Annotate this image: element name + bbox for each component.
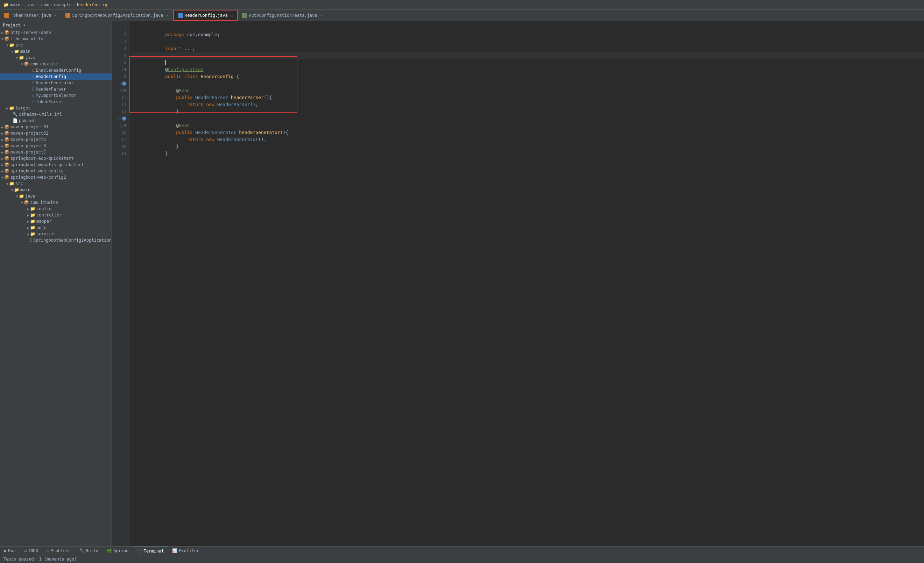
status-text: Tests passed: 1 (moments ago)	[3, 557, 77, 562]
expand-arrow: ▼	[16, 56, 18, 60]
expand-arrow: ▶	[27, 226, 29, 230]
sidebar-item-maven-project02[interactable]: ▶ 📦 maven-project02	[0, 130, 112, 136]
sidebar-item-mapper[interactable]: ▶ 📁 mapper	[0, 218, 112, 225]
bottom-tab-terminal[interactable]: ⬛ Terminal	[133, 547, 168, 555]
sidebar-item-com-example[interactable]: ▼ 📦 com.example	[0, 61, 112, 67]
line-num-7: 7▼	[112, 66, 129, 73]
sidebar-item-EnableHeaderConfig[interactable]: C EnableHeaderConfig	[0, 67, 112, 73]
breadcrumb-icon: 📁	[3, 3, 9, 7]
code-line-15: public HeaderGenerator headerGenerator()…	[132, 122, 924, 129]
tab-token-parser[interactable]: TokenParser.java ×	[0, 10, 61, 21]
close-icon[interactable]: ×	[320, 13, 322, 18]
line-num-17: 17	[112, 136, 129, 143]
sidebar-item-src2[interactable]: ▼ 📁 src	[0, 180, 112, 187]
folder-icon: 📁	[30, 206, 35, 211]
code-line-16: return new HeaderGenerator();	[132, 129, 924, 136]
sidebar-item-java[interactable]: ▼ 📁 java	[0, 55, 112, 61]
sidebar-item-MyImportSelector[interactable]: C MyImportSelector	[0, 92, 112, 99]
tab-icon-blue	[178, 13, 183, 18]
item-label: config	[36, 206, 51, 211]
sidebar-item-HeaderConfig[interactable]: C HeaderConfig	[0, 73, 112, 80]
sidebar-item-springboot-mybatis[interactable]: ▶ 📦 springboot-mybatis-quickstart	[0, 162, 112, 168]
sidebar-item-target[interactable]: ▶ 📁 target	[0, 105, 112, 111]
bottom-tab-problems[interactable]: ⚠ Problems	[42, 547, 75, 555]
line-num-11: 11	[112, 94, 129, 101]
status-bar: Tests passed: 1 (moments ago)	[0, 555, 924, 563]
item-label: springboot-aop-quickstart	[10, 156, 74, 161]
breadcrumb-item[interactable]: com	[41, 3, 49, 7]
breadcrumb-item[interactable]: example	[54, 3, 72, 7]
iml-icon: 🔧	[13, 112, 18, 117]
bottom-tab-build[interactable]: 🔨 Build	[75, 547, 102, 555]
class-icon: C	[32, 81, 34, 85]
bottom-tab-profiler-label: Profiler	[179, 548, 199, 553]
sidebar-item-itheima-utils[interactable]: ▼ 📦 itheima-utils	[0, 36, 112, 42]
sidebar-item-main2[interactable]: ▼ 📁 main	[0, 187, 112, 193]
sidebar-item-springboot-web-config2[interactable]: ▼ 📦 springboot-web-config2	[0, 174, 112, 180]
sidebar-item-SpringbootWebConfig2Application[interactable]: C SpringbootWebConfig2Application	[0, 237, 112, 243]
sidebar-item-pojo[interactable]: ▶ 📁 pojo	[0, 225, 112, 231]
bottom-tab-run[interactable]: ▶ Run	[0, 547, 20, 555]
item-label: java	[25, 194, 35, 199]
sidebar-item-http-server-demo[interactable]: ▶ 📦 http-server-demo	[0, 29, 112, 36]
code-line-19	[132, 150, 924, 157]
sidebar-item-maven-project01[interactable]: ▶ 📦 maven-project01	[0, 124, 112, 130]
sidebar-item-maven-projectB[interactable]: ▶ 📦 maven-projectB	[0, 143, 112, 149]
expand-arrow: ▶	[27, 207, 29, 211]
expand-arrow: ▶	[2, 150, 3, 154]
line-num-19: 19	[112, 150, 129, 157]
folder-icon: 📦	[4, 137, 9, 142]
sidebar-item-HeaderGenerator[interactable]: C HeaderGenerator	[0, 80, 112, 86]
bottom-tab-run-label: Run	[8, 548, 16, 553]
code-container: 1 2 3 4 5 6 7▼ 8 9✓ 10▼ 11 12 13 14✓ 15▼…	[112, 21, 924, 546]
sidebar-item-HeaderParser[interactable]: C HeaderParser	[0, 86, 112, 92]
expand-arrow: ▶	[27, 213, 29, 217]
breadcrumb-current: HeaderConfig	[77, 3, 107, 7]
item-label: src	[15, 181, 23, 186]
sidebar-item-pom-xml[interactable]: 📄 pom.xml	[0, 117, 112, 124]
sidebar-item-maven-projectA[interactable]: ▶ 📦 maven-projectA	[0, 136, 112, 143]
tab-springboot-web-config2[interactable]: SpringbootWebConfig2Application.java ×	[61, 10, 173, 21]
editor-area[interactable]: 1 2 3 4 5 6 7▼ 8 9✓ 10▼ 11 12 13 14✓ 15▼…	[112, 21, 924, 546]
close-icon[interactable]: ×	[55, 13, 57, 18]
breadcrumb-item[interactable]: main	[10, 3, 20, 7]
sidebar-item-service[interactable]: ▶ 📁 service	[0, 231, 112, 237]
breadcrumb: 📁 main › java › com › example › HeaderCo…	[0, 0, 924, 10]
item-label: springboot-mybatis-quickstart	[10, 162, 84, 167]
bottom-tab-todo[interactable]: ☑ TODO	[20, 547, 42, 555]
sidebar-item-controller[interactable]: ▶ 📁 controller	[0, 212, 112, 218]
tab-label: TokenParser.java	[11, 13, 51, 18]
problems-icon: ⚠	[46, 548, 49, 553]
item-label: MyImportSelector	[36, 93, 76, 98]
item-label: java	[25, 55, 35, 60]
sidebar-item-src[interactable]: ▼ 📁 src	[0, 42, 112, 48]
sidebar-item-springboot-web-config[interactable]: ▶ 📦 springboot-web-config	[0, 168, 112, 174]
code-line-5	[132, 52, 924, 59]
bottom-tab-spring[interactable]: 🌿 Spring	[102, 547, 133, 555]
sidebar-item-java2[interactable]: ▼ 📁 java	[0, 193, 112, 199]
class-icon: C	[32, 93, 34, 98]
sidebar-item-itheima-utils-iml[interactable]: 🔧 itheima-utils.iml	[0, 111, 112, 117]
expand-arrow: ▶	[2, 31, 3, 34]
sidebar-item-com-itheima[interactable]: ▼ 📦 com.itheima	[0, 199, 112, 206]
sidebar-item-maven-projectC[interactable]: ▶ 📦 maven-projectC	[0, 149, 112, 155]
sidebar-item-TokenParser[interactable]: C TokenParser	[0, 99, 112, 105]
breadcrumb-item[interactable]: java	[26, 3, 36, 7]
close-icon[interactable]: ×	[166, 13, 169, 18]
folder-icon: 📁	[14, 187, 19, 192]
item-label: http-server-demo	[10, 30, 51, 35]
code-line-8	[132, 73, 924, 80]
sidebar-item-config[interactable]: ▶ 📁 config	[0, 206, 112, 212]
sidebar-item-main[interactable]: ▼ 📁 main	[0, 48, 112, 55]
sidebar-item-springboot-aop[interactable]: ▶ 📦 springboot-aop-quickstart	[0, 155, 112, 162]
folder-icon: 📁	[30, 219, 35, 224]
tab-auto-config-tests[interactable]: AutoConfigurationTests.java ×	[238, 10, 327, 21]
code-line-18: }	[132, 143, 924, 150]
tab-header-config[interactable]: HeaderConfig.java ×	[173, 10, 238, 21]
code-line-2	[132, 31, 924, 38]
close-icon[interactable]: ×	[231, 13, 233, 18]
folder-icon: 📦	[4, 156, 9, 161]
bottom-tab-profiler[interactable]: 📊 Profiler	[168, 547, 203, 555]
code-content[interactable]: package com.example; import ...;	[129, 21, 924, 160]
expand-arrow: ▼	[2, 175, 3, 180]
